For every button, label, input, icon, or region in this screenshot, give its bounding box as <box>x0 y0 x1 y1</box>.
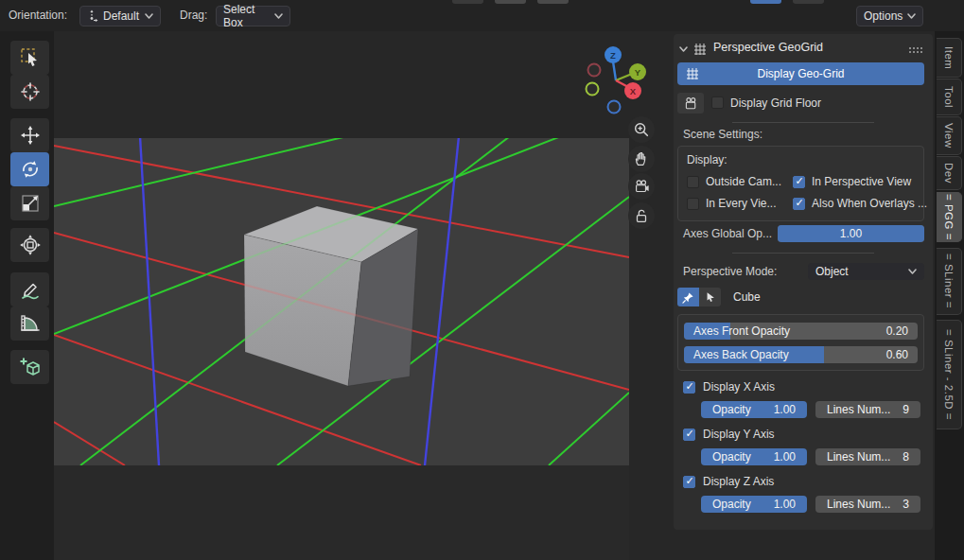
gizmo-x-axis[interactable]: X <box>624 82 641 99</box>
sidebar-tab-strip: Item Tool View Dev = PGG = = SLiner = = … <box>935 31 964 560</box>
camera-toggle-button[interactable] <box>677 93 704 114</box>
add-cube-icon <box>19 356 42 378</box>
checkbox[interactable] <box>793 198 805 210</box>
clipped-header-button <box>495 0 526 4</box>
orientation-dropdown[interactable]: Default <box>79 6 161 26</box>
y-opacity-slider[interactable]: Opacity 1.00 <box>701 448 807 465</box>
orientation-value: Default <box>103 9 139 23</box>
cube-object[interactable] <box>244 206 418 386</box>
checkbox[interactable] <box>687 176 699 188</box>
tab-sliner-25d[interactable]: = SLiner - 2.5D = <box>937 320 962 429</box>
lines-value: 3 <box>903 498 909 511</box>
move-arrows-icon <box>19 124 42 147</box>
measure-icon <box>19 312 42 335</box>
checkbox-in-every-view[interactable]: In Every Vie... <box>687 197 776 210</box>
checkbox-label: Outside Cam... <box>706 175 781 188</box>
checkbox-in-perspective-view[interactable]: In Perspective View <box>793 175 911 188</box>
tool-transform[interactable] <box>10 228 49 262</box>
checkbox[interactable] <box>793 176 805 188</box>
tool-rotate[interactable] <box>10 152 49 186</box>
object-row: Cube <box>674 288 933 306</box>
checkbox-label: In Every Vie... <box>706 197 776 210</box>
display-x-axis-toggle[interactable]: Display X Axis <box>683 380 933 394</box>
gizmo-neg-x[interactable] <box>588 64 601 77</box>
gizmo-y-axis[interactable]: Y <box>629 63 646 80</box>
navigation-gizmo[interactable]: Z Y X <box>585 43 651 118</box>
checkbox[interactable] <box>687 198 699 210</box>
checkbox[interactable] <box>683 429 695 441</box>
axes-global-opacity-slider[interactable]: 1.00 <box>778 225 924 242</box>
clipped-header-button-active <box>750 0 781 4</box>
tool-annotate[interactable] <box>10 272 49 306</box>
clipped-header-button <box>452 0 483 4</box>
viewport-3d[interactable] <box>54 138 629 465</box>
z-axis-controls: Opacity 1.00 Lines Num... 3 <box>674 496 933 513</box>
object-name: Cube <box>733 290 761 304</box>
pin-button[interactable] <box>677 288 699 306</box>
slider-label: Axes Front Opacity <box>693 323 790 340</box>
picker-arrow-icon <box>705 291 716 303</box>
display-y-axis-toggle[interactable]: Display Y Axis <box>683 428 933 441</box>
axes-front-opacity-slider[interactable]: Axes Front Opacity 0.20 <box>684 323 918 340</box>
options-label: Options <box>864 9 903 23</box>
checkbox-also-when-overlays[interactable]: Also When Overlays ... <box>793 197 927 210</box>
tab-sliner[interactable]: = SLiner = <box>937 248 962 315</box>
tab-tool[interactable]: Tool <box>937 79 962 115</box>
drag-dropdown[interactable]: Select Box <box>216 6 290 26</box>
checkbox[interactable] <box>683 476 695 488</box>
opacity-value: 1.00 <box>774 450 796 464</box>
tab-dev[interactable]: Dev <box>937 156 962 190</box>
options-button[interactable]: Options <box>856 6 923 26</box>
z-lines-number-field[interactable]: Lines Num... 3 <box>815 496 920 513</box>
drag-value: Select Box <box>223 3 270 29</box>
orientation-gizmo-icon <box>87 9 98 23</box>
panel-drag-handle[interactable] <box>908 46 923 53</box>
tool-measure[interactable] <box>10 306 49 341</box>
y-lines-number-field[interactable]: Lines Num... 8 <box>815 448 920 465</box>
object-picker-button[interactable] <box>699 288 721 306</box>
slider-value: 0.60 <box>886 346 908 363</box>
gizmo-z-axis[interactable]: Z <box>605 46 622 63</box>
zoom-button[interactable] <box>628 116 655 143</box>
x-opacity-slider[interactable]: Opacity 1.00 <box>701 401 807 418</box>
pin-icon <box>682 291 694 304</box>
gizmo-neg-z[interactable] <box>608 101 621 114</box>
display-geogrid-label: Display Geo-Grid <box>677 62 924 85</box>
opacity-label: Opacity <box>712 498 751 511</box>
svg-text:Y: Y <box>635 67 641 78</box>
lock-button[interactable] <box>628 202 655 229</box>
x-lines-number-field[interactable]: Lines Num... 9 <box>815 401 920 418</box>
tool-cursor[interactable] <box>10 75 49 109</box>
svg-text:X: X <box>630 86 637 96</box>
transform-icon <box>19 234 42 256</box>
panel-title: Perspective GeoGrid <box>713 41 823 54</box>
panel-header[interactable]: Perspective GeoGrid <box>674 38 933 59</box>
grid-icon <box>685 66 700 81</box>
perspective-mode-value: Object <box>815 265 849 278</box>
tool-tweak-select[interactable] <box>10 41 49 75</box>
lines-label: Lines Num... <box>827 450 890 464</box>
display-z-axis-toggle[interactable]: Display Z Axis <box>683 475 933 488</box>
slider-label: Axes Back Opacity <box>693 346 789 363</box>
display-grid-floor-checkbox[interactable] <box>711 96 724 109</box>
pan-button[interactable] <box>628 146 655 172</box>
tool-scale[interactable] <box>10 186 49 220</box>
tab-view[interactable]: View <box>937 116 962 155</box>
collapse-chevron-icon[interactable] <box>679 46 688 52</box>
axis-toggle-label: Display Y Axis <box>703 428 775 441</box>
checkbox-outside-cam[interactable]: Outside Cam... <box>687 175 781 188</box>
display-geogrid-button[interactable]: Display Geo-Grid <box>677 62 924 85</box>
checkbox[interactable] <box>683 381 695 394</box>
z-opacity-slider[interactable]: Opacity 1.00 <box>701 496 807 513</box>
divider <box>732 122 874 123</box>
gizmo-neg-y[interactable] <box>587 83 599 96</box>
tool-add-cube[interactable] <box>10 350 49 384</box>
axes-opacity-box: Axes Front Opacity 0.20 Axes Back Opacit… <box>677 314 924 371</box>
axes-back-opacity-slider[interactable]: Axes Back Opacity 0.60 <box>684 346 918 363</box>
tool-move[interactable] <box>10 118 49 152</box>
camera-view-button[interactable] <box>628 173 655 200</box>
tab-pgg[interactable]: = PGG = <box>937 192 962 242</box>
camera-icon <box>683 96 699 112</box>
perspective-mode-dropdown[interactable]: Object <box>808 263 924 280</box>
tab-item[interactable]: Item <box>937 38 962 78</box>
